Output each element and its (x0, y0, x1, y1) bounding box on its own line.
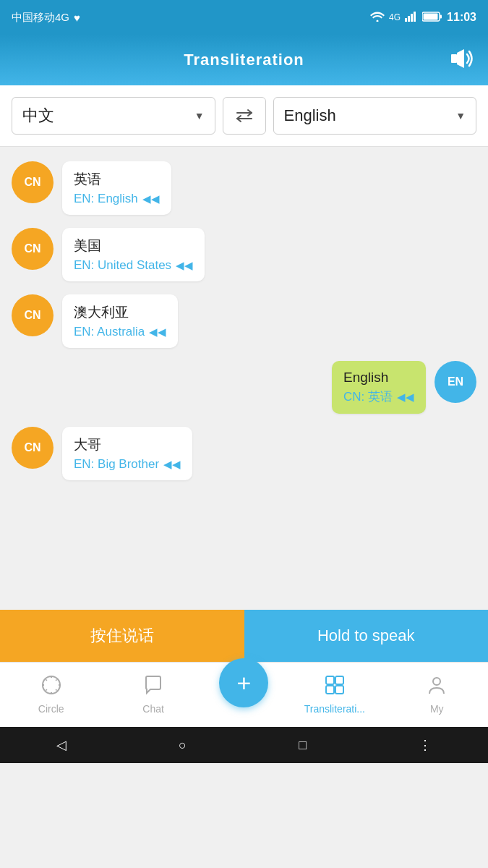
svg-line-16 (56, 680, 56, 681)
svg-rect-1 (405, 18, 407, 22)
compass-icon (41, 675, 61, 700)
source-lang-arrow-icon: ▼ (194, 110, 205, 122)
more-button[interactable]: ⋮ (419, 737, 432, 753)
speak-en-button[interactable]: Hold to speak (244, 610, 489, 662)
bubble-3[interactable]: 澳大利亚EN: Australia ◀◀ (62, 294, 178, 348)
svg-rect-7 (424, 13, 438, 20)
bubble-sub-5: EN: Big Brother ◀◀ (74, 457, 181, 472)
back-button[interactable]: ◁ (56, 737, 67, 753)
chat-icon (143, 675, 163, 700)
status-bar: 中国移动4G ♥ 4G 11:03 (0, 0, 488, 35)
transliteration-icon (325, 675, 345, 700)
person-icon (427, 675, 447, 700)
bubble-main-4: English (343, 370, 414, 386)
bubble-main-2: 美国 (74, 237, 193, 255)
svg-rect-19 (335, 676, 343, 684)
svg-point-9 (43, 676, 60, 694)
svg-rect-18 (326, 676, 334, 684)
svg-rect-20 (326, 686, 334, 694)
bubble-sub-1: EN: English ◀◀ (74, 192, 160, 206)
svg-rect-3 (411, 14, 413, 22)
plus-icon: + (237, 671, 252, 695)
svg-rect-4 (414, 12, 416, 22)
bubble-1[interactable]: 英语EN: English ◀◀ (62, 161, 171, 215)
signal-text: 4G (389, 12, 401, 22)
svg-line-14 (46, 680, 46, 681)
avatar-4: EN (435, 361, 476, 403)
nav-item-plus[interactable]: + (219, 683, 268, 707)
bottom-buttons: 按住说话 Hold to speak (0, 610, 488, 662)
status-right: 4G 11:03 (370, 11, 476, 24)
nav-item-transliteration[interactable]: Transliterati... (299, 675, 371, 715)
bubble-sub-3: EN: Australia ◀◀ (74, 325, 166, 339)
nav-my-label: My (430, 703, 444, 715)
wifi-icon (370, 12, 385, 24)
plus-center-button[interactable]: + (219, 658, 268, 707)
avatar-5: CN (12, 427, 53, 469)
target-language-selector[interactable]: English ▼ (273, 97, 477, 135)
bubble-main-5: 大哥 (74, 435, 181, 454)
nav-chat-label: Chat (142, 703, 164, 715)
home-button[interactable]: ○ (179, 738, 187, 753)
message-row-3: CN澳大利亚EN: Australia ◀◀ (12, 294, 476, 348)
time-text: 11:03 (447, 11, 476, 24)
bottom-nav: Circle Chat + Transliterati... (0, 662, 488, 727)
heart-icon: ♥ (74, 12, 80, 24)
svg-point-0 (377, 20, 379, 22)
nav-circle-label: Circle (38, 703, 64, 715)
source-language-selector[interactable]: 中文 ▼ (12, 97, 215, 135)
bubble-5[interactable]: 大哥EN: Big Brother ◀◀ (62, 427, 192, 480)
target-language-text: English (284, 106, 336, 125)
signal-bars (405, 12, 418, 24)
battery-icon (422, 12, 442, 24)
message-row-1: CN英语EN: English ◀◀ (12, 161, 476, 215)
status-left: 中国移动4G ♥ (12, 11, 80, 25)
carrier-text: 中国移动4G (12, 11, 69, 25)
message-row-5: CN大哥EN: Big Brother ◀◀ (12, 427, 476, 480)
source-language-text: 中文 (22, 105, 54, 127)
nav-transliteration-label: Transliterati... (304, 703, 365, 715)
nav-item-my[interactable]: My (401, 675, 473, 715)
swap-languages-button[interactable] (223, 97, 266, 135)
language-bar: 中文 ▼ English ▼ (0, 85, 488, 147)
system-bar: ◁ ○ □ ⋮ (0, 727, 488, 763)
bubble-main-1: 英语 (74, 170, 160, 189)
app-header: Transliteration (0, 35, 488, 85)
svg-rect-8 (451, 54, 457, 63)
bubble-4[interactable]: EnglishCN: 英语 ◀◀ (332, 361, 426, 414)
avatar-2: CN (12, 228, 53, 270)
bubble-sub-2: EN: United States ◀◀ (74, 258, 193, 273)
avatar-3: CN (12, 294, 53, 336)
svg-rect-21 (335, 686, 343, 694)
target-lang-arrow-icon: ▼ (455, 110, 466, 122)
bubble-2[interactable]: 美国EN: United States ◀◀ (62, 228, 205, 281)
avatar-1: CN (12, 161, 53, 203)
recents-button[interactable]: □ (299, 738, 307, 753)
nav-item-chat[interactable]: Chat (117, 675, 189, 715)
svg-rect-6 (440, 14, 442, 18)
speak-cn-button[interactable]: 按住说话 (0, 610, 244, 662)
message-row-2: CN美国EN: United States ◀◀ (12, 228, 476, 281)
svg-point-22 (433, 678, 440, 685)
app-title: Transliteration (184, 51, 304, 69)
svg-line-17 (46, 689, 46, 690)
svg-rect-2 (408, 16, 410, 22)
sound-button[interactable] (450, 48, 474, 72)
bubble-main-3: 澳大利亚 (74, 303, 166, 322)
bubble-sub-4: CN: 英语 ◀◀ (343, 388, 414, 405)
chat-area: CN英语EN: English ◀◀CN美国EN: United States … (0, 147, 488, 610)
message-row-4: ENEnglishCN: 英语 ◀◀ (12, 361, 476, 414)
nav-item-circle[interactable]: Circle (15, 675, 87, 715)
svg-line-15 (56, 689, 56, 690)
